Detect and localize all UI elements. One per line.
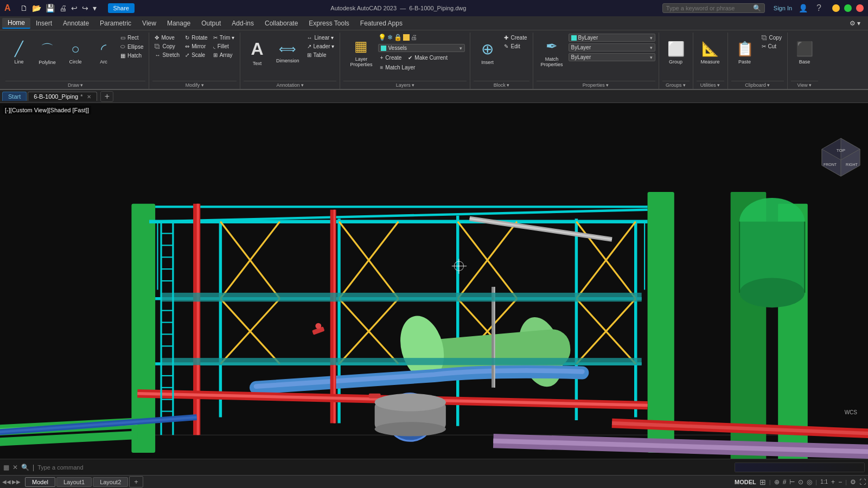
zoom-out-icon[interactable]: − bbox=[838, 478, 842, 486]
block-insert-button[interactable]: ⊕ Insert bbox=[474, 34, 501, 72]
block-create-button[interactable]: ✚Create bbox=[502, 34, 529, 42]
layer-create-button[interactable]: +Create bbox=[378, 54, 404, 62]
app-logo: A bbox=[4, 3, 11, 13]
layer-properties-button[interactable]: ▦ LayerProperties bbox=[346, 34, 376, 72]
draw-hatch-button[interactable]: ▦Hatch bbox=[118, 52, 145, 60]
draw-circle-button[interactable]: ○ Circle bbox=[62, 34, 89, 72]
menu-home[interactable]: Home bbox=[2, 18, 30, 29]
view-base-button[interactable]: ⬛ Base bbox=[791, 34, 818, 72]
menu-manage[interactable]: Manage bbox=[162, 18, 196, 28]
cmdline-cancel-icon[interactable]: ✕ bbox=[12, 464, 18, 471]
modify-col2: ↻Rotate ⇔Mirror ⤢Scale bbox=[183, 34, 209, 59]
annotation-scale[interactable]: 1:1 bbox=[820, 479, 828, 485]
group-button[interactable]: ⬜ Group bbox=[662, 34, 690, 72]
layer-match-button[interactable]: ≡Match Layer bbox=[378, 63, 465, 72]
menu-insert[interactable]: Insert bbox=[30, 18, 58, 28]
modify-stretch-button[interactable]: ↔Stretch bbox=[152, 51, 182, 59]
modify-mirror-button[interactable]: ⇔Mirror bbox=[183, 42, 209, 50]
snap-icon[interactable]: ⊕ bbox=[774, 478, 780, 486]
zoom-in-icon[interactable]: + bbox=[831, 478, 835, 486]
draw-arc-button[interactable]: ◜ Arc bbox=[90, 34, 117, 72]
annotation-dim-button[interactable]: ⟺ Dimension bbox=[272, 34, 304, 72]
layout1-tab[interactable]: Layout1 bbox=[56, 477, 92, 487]
ribbon-group-draw: ╱ Line ⌒ Polyline ○ Circle ◜ Arc ▭Rect bbox=[2, 33, 149, 89]
draw-line-button[interactable]: ╱ Line bbox=[5, 34, 33, 72]
active-file-tab[interactable]: 6-B-1000_Piping * ✕ bbox=[28, 92, 97, 101]
svg-text:RIGHT: RIGHT bbox=[846, 163, 858, 166]
measure-button[interactable]: 📐 Measure bbox=[697, 34, 724, 72]
layer-dropdown[interactable]: Vessels ▾ bbox=[378, 44, 465, 52]
modify-trim-button[interactable]: ✂Trim ▾ bbox=[211, 34, 237, 42]
menu-parametric[interactable]: Parametric bbox=[94, 18, 137, 28]
nav-cube[interactable]: TOP FRONT RIGHT bbox=[819, 136, 863, 179]
grid-view-icon[interactable]: ⊞ bbox=[760, 478, 766, 486]
layer-make-current-button[interactable]: ✔Make Current bbox=[406, 54, 450, 62]
menu-featured[interactable]: Featured Apps bbox=[355, 18, 408, 28]
qat-print[interactable]: 🖨 bbox=[58, 3, 68, 13]
grid-icon[interactable]: # bbox=[783, 478, 787, 486]
paste-button[interactable]: 📋 Paste bbox=[731, 34, 758, 72]
clipboard-cut-button[interactable]: ✂Cut bbox=[760, 42, 784, 50]
model-tab[interactable]: Model bbox=[25, 477, 55, 487]
modify-fillet-button[interactable]: ◟Fillet bbox=[211, 42, 237, 50]
bylayer-lineweight-dropdown[interactable]: ByLayer ▾ bbox=[569, 53, 655, 61]
share-button[interactable]: Share bbox=[108, 3, 135, 13]
qat-dropdown[interactable]: ▾ bbox=[91, 3, 98, 13]
add-tab-button[interactable]: + bbox=[100, 91, 113, 102]
bylayer-linetype-dropdown[interactable]: ByLayer ▾ bbox=[569, 43, 655, 52]
cmdline-search-icon[interactable]: 🔍 bbox=[21, 464, 29, 471]
groups-items: ⬜ Group bbox=[662, 34, 690, 80]
draw-polyline-button[interactable]: ⌒ Polyline bbox=[34, 34, 61, 72]
add-layout-button[interactable]: + bbox=[129, 476, 143, 487]
modify-copy-button[interactable]: ⿻Copy bbox=[152, 42, 182, 50]
modify-move-button[interactable]: ✥Move bbox=[152, 34, 182, 42]
qat-new[interactable]: 🗋 bbox=[18, 3, 29, 13]
annotation-linear-button[interactable]: ↔Linear ▾ bbox=[305, 34, 337, 42]
block-edit-button[interactable]: ✎Edit bbox=[502, 42, 529, 50]
ribbon-content: ╱ Line ⌒ Polyline ○ Circle ◜ Arc ▭Rect bbox=[0, 30, 868, 89]
qat-redo[interactable]: ↪ bbox=[80, 3, 90, 13]
layout2-tab[interactable]: Layout2 bbox=[93, 477, 128, 487]
maximize-button[interactable] bbox=[844, 4, 852, 12]
layout-nav-left[interactable]: ◀◀ bbox=[2, 479, 11, 485]
close-button[interactable] bbox=[856, 4, 864, 12]
command-input[interactable] bbox=[37, 464, 731, 471]
menu-collaborate[interactable]: Collaborate bbox=[259, 18, 303, 28]
properties-items: ✒ MatchProperties ByLayer ▾ ByLayer ▾ By… bbox=[537, 34, 655, 80]
modify-array-button[interactable]: ⊞Array bbox=[211, 51, 237, 59]
polar-icon[interactable]: ⊙ bbox=[798, 478, 803, 486]
bylayer-linetype-label: ByLayer bbox=[571, 44, 650, 50]
menu-output[interactable]: Output bbox=[196, 18, 226, 28]
layout-nav-right[interactable]: ▶▶ bbox=[12, 479, 21, 485]
annotation-leader-button[interactable]: ↗Leader ▾ bbox=[305, 42, 337, 50]
qat-undo[interactable]: ↩ bbox=[69, 3, 79, 13]
help-icon[interactable]: ? bbox=[816, 3, 821, 13]
qat-open[interactable]: 📂 bbox=[30, 3, 43, 13]
close-tab-button[interactable]: ✕ bbox=[87, 94, 91, 100]
match-properties-button[interactable]: ✒ MatchProperties bbox=[537, 34, 567, 72]
annotation-table-button[interactable]: ⊞Table bbox=[305, 51, 337, 59]
workspace-icon[interactable]: ⚙ bbox=[850, 478, 856, 486]
menu-express[interactable]: Express Tools bbox=[303, 18, 354, 28]
ortho-icon[interactable]: ⊢ bbox=[789, 478, 795, 486]
osnap-icon[interactable]: ◎ bbox=[807, 478, 812, 486]
viewport[interactable]: TOP FRONT RIGHT WCS [-][Custom View][Sha… bbox=[0, 103, 868, 459]
menu-annotate[interactable]: Annotate bbox=[58, 18, 94, 28]
annotation-text-button[interactable]: A Text bbox=[244, 34, 271, 72]
modify-rotate-button[interactable]: ↻Rotate bbox=[183, 34, 209, 42]
signin-label[interactable]: Sign In bbox=[774, 5, 792, 11]
qat-save[interactable]: 💾 bbox=[44, 3, 56, 13]
menu-workspace-selector[interactable]: ⚙ ▾ bbox=[844, 18, 866, 28]
modify-scale-button[interactable]: ⤢Scale bbox=[183, 51, 209, 59]
menu-view[interactable]: View bbox=[137, 18, 162, 28]
bylayer-color-dropdown[interactable]: ByLayer ▾ bbox=[569, 34, 655, 42]
fullscreen-icon[interactable]: ⛶ bbox=[859, 478, 866, 486]
draw-rect-button[interactable]: ▭Rect bbox=[118, 34, 145, 42]
search-input[interactable] bbox=[666, 5, 753, 11]
minimize-button[interactable] bbox=[832, 4, 840, 12]
start-tab[interactable]: Start bbox=[2, 92, 27, 101]
menu-addins[interactable]: Add-ins bbox=[226, 18, 259, 28]
draw-ellipse-button[interactable]: ⬭Ellipse bbox=[118, 42, 145, 51]
clipboard-copy-button[interactable]: ⿻Copy bbox=[760, 34, 784, 42]
fillet-icon: ◟ bbox=[213, 43, 215, 49]
